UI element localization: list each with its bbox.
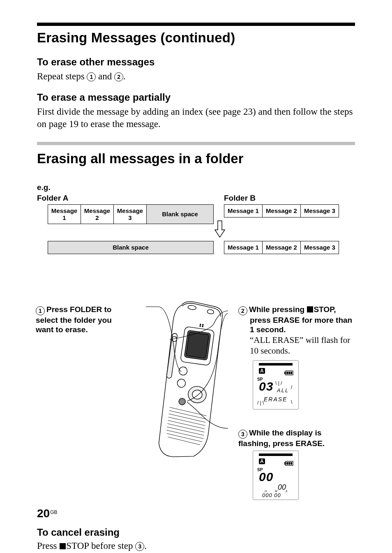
subheading-erase-partial: To erase a message partially [37, 92, 355, 103]
subheading-cancel: To cancel erasing [37, 527, 355, 538]
manual-page: Erasing Messages (continued) To erase ot… [0, 0, 392, 553]
battery-icon [284, 370, 294, 375]
svg-point-20 [200, 325, 201, 326]
step-num-1-icon: 1 [36, 306, 45, 315]
lcd-erase-text: ERASE [264, 396, 287, 403]
svg-marker-1 [215, 230, 225, 237]
svg-point-21 [202, 326, 203, 327]
page-number-value: 20 [37, 507, 50, 520]
table-cell: Message 3 [301, 204, 339, 217]
svg-rect-10 [286, 462, 288, 465]
body-erase-other: Repeat steps 1 and 2. [37, 70, 355, 83]
table-cell: Message 2 [263, 204, 301, 217]
svg-rect-5 [286, 372, 288, 374]
svg-rect-7 [291, 372, 292, 374]
step-num-3-icon: 3 [238, 430, 247, 439]
svg-rect-2 [218, 228, 221, 231]
battery-icon [284, 461, 294, 466]
svg-point-19 [202, 324, 203, 325]
svg-rect-6 [288, 372, 290, 374]
svg-point-18 [200, 324, 201, 325]
folder-tag-icon: A [259, 368, 265, 374]
lcd-topbar [259, 363, 293, 366]
table-cell: Message 3 [114, 204, 147, 224]
eg-label: e.g. [37, 183, 355, 192]
folder-a-after-table: Blank space [48, 241, 214, 254]
recorder-device-icon [142, 298, 232, 471]
callout-bold-text: 2While pressing STOP, press ERASE for mo… [238, 305, 355, 335]
lcd-screen-zero: A SP 00 00 H M S 000 00 [253, 451, 299, 500]
table-cell: Message 1 [224, 241, 263, 254]
folder-tag-icon: A [259, 458, 265, 464]
text: . [123, 71, 126, 81]
section-title: Erasing Messages (continued) [37, 30, 355, 46]
text: press ERASE for more than 1 second. [250, 315, 355, 335]
folder-b-after-table: Message 1 Message 2 Message 3 [224, 241, 339, 254]
table-cell: Message 3 [301, 241, 339, 254]
callout-step-2: 2While pressing STOP, press ERASE for mo… [238, 305, 355, 356]
arrow-down-icon [214, 220, 226, 241]
major-heading: Erasing all messages in a folder [37, 151, 355, 167]
text: While pressing [249, 305, 307, 314]
svg-rect-9 [284, 462, 286, 465]
lcd-big-digits: 03 [259, 379, 273, 393]
table-cell: Message 2 [81, 204, 114, 224]
text: . [144, 541, 147, 551]
lcd-all-text: ALL [277, 387, 289, 393]
body-erase-partial: First divide the message by adding an in… [37, 106, 355, 130]
text: Press [37, 541, 59, 551]
lcd-hms-digits: 000 00 [262, 492, 281, 498]
callout-step-1: 1Press FOLDER to select the folder you w… [36, 305, 130, 335]
text: and [96, 71, 114, 81]
svg-rect-17 [186, 332, 209, 358]
step-num-1-icon: 1 [87, 72, 96, 81]
callout-body-text: “ALL ERASE” will flash for 10 seconds. [250, 335, 355, 356]
table-cell: Message 1 [48, 204, 81, 224]
folder-a-before-table: Message 1 Message 2 Message 3 Blank spac… [48, 204, 214, 224]
step-num-2-icon: 2 [238, 306, 247, 315]
text: While the display is flashing, press ERA… [238, 428, 325, 448]
table-cell: Message 1 [224, 204, 263, 217]
subheading-erase-other: To erase other messages [37, 56, 355, 68]
lcd-topbar [259, 454, 293, 456]
stop-square-icon [60, 543, 66, 549]
stop-square-icon [307, 306, 313, 312]
device-illustration-area: 1Press FOLDER to select the folder you w… [37, 305, 355, 527]
top-rule [37, 23, 355, 26]
svg-rect-11 [288, 462, 290, 465]
blank-space-cell: Blank space [48, 241, 214, 254]
step-num-3-icon: 3 [135, 542, 144, 551]
text: Repeat steps [37, 71, 87, 81]
svg-rect-12 [291, 462, 292, 465]
text: STOP before step [66, 541, 135, 551]
lcd-screen-all-erase: A SP 03 ALL ERASE \ | / / | \ / \ [253, 360, 299, 410]
svg-rect-4 [284, 372, 286, 374]
callout-step-3: 3While the display is flashing, press ER… [238, 428, 355, 449]
callout-bold-text: Press FOLDER to select the folder you wa… [36, 305, 112, 334]
callout-bold-text: 3While the display is flashing, press ER… [238, 428, 355, 449]
body-cancel: Press STOP before step 3. [37, 540, 355, 552]
divider-rule [37, 142, 355, 145]
table-cell: Message 2 [263, 241, 301, 254]
folder-diagram: Folder A Folder B Message 1 Message 2 Me… [37, 194, 355, 272]
folder-b-before-table: Message 1 Message 2 Message 3 [224, 204, 339, 217]
page-number: 20GB [37, 507, 58, 520]
text: STOP, [314, 305, 336, 314]
lcd-big-digits: 00 [259, 470, 273, 484]
blank-space-cell: Blank space [147, 204, 214, 224]
folder-a-label: Folder A [37, 194, 68, 203]
step-num-2-icon: 2 [114, 72, 123, 81]
folder-b-label: Folder B [224, 194, 256, 203]
page-region: GB [50, 509, 57, 515]
